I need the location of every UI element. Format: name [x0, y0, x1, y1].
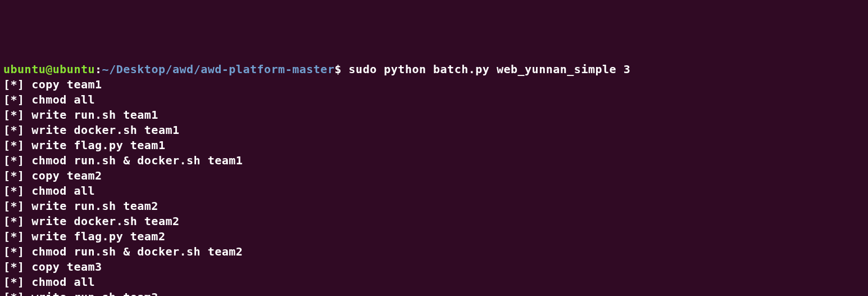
- output-line: [*] write run.sh team3: [3, 290, 158, 296]
- output-line: [*] write run.sh team2: [3, 199, 158, 213]
- command-text: sudo python batch.py web_yunnan_simple 3: [349, 62, 631, 76]
- output-line: [*] chmod all: [3, 184, 95, 198]
- output-line: [*] write flag.py team2: [3, 230, 165, 243]
- prompt-path: ~/Desktop/awd/awd-platform-master: [102, 62, 335, 76]
- output-line: [*] copy team1: [3, 78, 102, 91]
- prompt-user-host: ubuntu@ubuntu: [3, 62, 95, 76]
- output-line: [*] chmod run.sh & docker.sh team1: [3, 154, 243, 167]
- output-line: [*] chmod run.sh & docker.sh team2: [3, 245, 243, 258]
- output-line: [*] copy team3: [3, 260, 102, 273]
- output-line: [*] write flag.py team1: [3, 138, 165, 152]
- terminal-window[interactable]: ubuntu@ubuntu:~/Desktop/awd/awd-platform…: [3, 62, 865, 296]
- prompt-dollar: $: [334, 62, 342, 76]
- output-line: [*] chmod all: [3, 93, 95, 106]
- output-line: [*] write docker.sh team1: [3, 123, 180, 137]
- output-line: [*] write docker.sh team2: [3, 214, 180, 228]
- output-line: [*] copy team2: [3, 169, 102, 182]
- output-line: [*] write run.sh team1: [3, 108, 158, 122]
- output-line: [*] chmod all: [3, 275, 95, 289]
- prompt-colon: :: [95, 62, 102, 76]
